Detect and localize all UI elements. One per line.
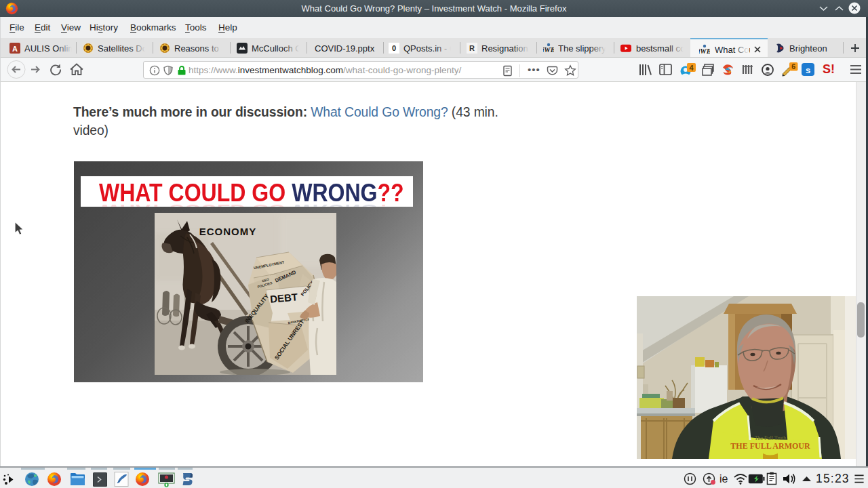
svg-text:R: R [469,44,475,52]
svg-text:4: 4 [689,64,694,72]
svg-text:THE FULL ARMOUR: THE FULL ARMOUR [730,441,810,451]
svg-text:S!: S! [823,62,835,76]
svg-text:DEBT: DEBT [269,291,298,304]
svg-text:iWB: iWB [543,46,554,54]
svg-text:The Full Truth: The Full Truth [755,435,787,441]
svg-text:A: A [12,45,18,53]
svg-text:iWB: iWB [699,47,710,55]
svg-text:s: s [806,65,810,75]
svg-text:ECONOMY: ECONOMY [199,226,257,237]
svg-text:0: 0 [392,44,396,52]
svg-text:6: 6 [791,62,795,70]
